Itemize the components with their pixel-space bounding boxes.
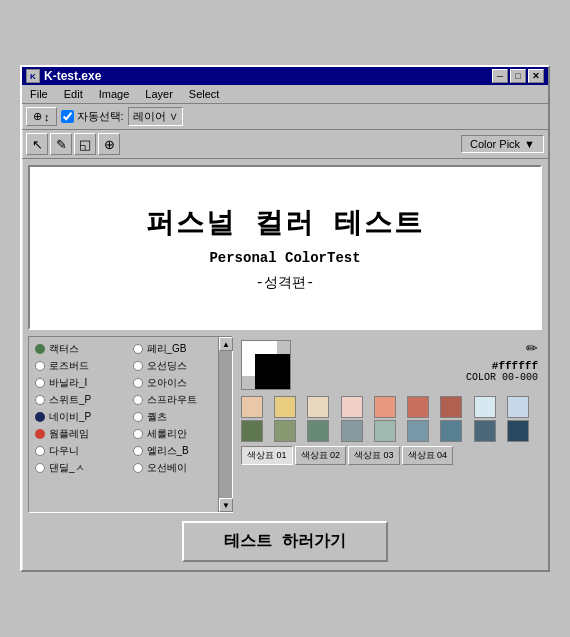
canvas-subtitle: -성격편- [256,274,315,292]
color-swatch[interactable] [341,420,363,442]
color-code: COLOR 00-000 [466,372,538,383]
list-item[interactable]: 오아이스 [131,375,229,391]
transform-tool-button[interactable]: ⊕ [98,133,120,155]
color-pick-arrow-icon: ▼ [524,138,535,150]
color-swatch[interactable] [307,396,329,418]
edit-icon[interactable]: ✏ [526,340,538,356]
list-dot [133,361,143,371]
tab-color-03[interactable]: 색상표 03 [348,446,400,465]
auto-select-label: 자동선택: [61,109,124,124]
list-dot [133,378,143,388]
color-swatch[interactable] [440,420,462,442]
list-item-label: 바닐라_I [49,376,87,390]
list-dot [35,395,45,405]
color-panel: ✏ #ffffff COLOR 00-000 [237,336,542,513]
list-item[interactable]: 웜플레임 [33,426,131,442]
auto-select-checkbox[interactable] [61,110,74,123]
minimize-button[interactable]: ─ [492,69,508,83]
list-item-label: 다우니 [49,444,79,458]
list-item[interactable]: 바닐라_I [33,375,131,391]
list-panel: 캑터스 페리_GB 로즈버드 오선딩스 [28,336,233,513]
list-item-label: 페리_GB [147,342,187,356]
menu-image[interactable]: Image [95,87,134,101]
list-dot [133,446,143,456]
list-dot [35,378,45,388]
list-dot [35,344,45,354]
scroll-down-button[interactable]: ▼ [219,498,233,512]
list-dot [35,429,45,439]
test-button[interactable]: 테스트 하러가기 [182,521,388,562]
menu-layer[interactable]: Layer [141,87,177,101]
color-swatch[interactable] [274,396,296,418]
app-icon: K [26,69,40,83]
list-item[interactable]: 스프라우트 [131,392,229,408]
list-item[interactable]: 네이비_P [33,409,131,425]
canvas-title-english: Personal ColorTest [209,250,360,266]
list-dot [35,463,45,473]
list-item-label: 오선베이 [147,461,187,475]
color-pick-button[interactable]: Color Pick ▼ [461,135,544,153]
list-item-label: 댄딜_ㅅ [49,461,85,475]
color-swatch[interactable] [241,396,263,418]
menu-file[interactable]: File [26,87,52,101]
list-item[interactable]: 캑터스 [33,341,131,357]
color-swatch[interactable] [307,420,329,442]
color-swatch[interactable] [407,396,429,418]
color-swatch[interactable] [474,396,496,418]
menu-edit[interactable]: Edit [60,87,87,101]
layer-dropdown[interactable]: 레이어 ∨ [128,107,183,126]
scroll-bar: ▲ ▼ [218,337,232,512]
list-item[interactable]: 댄딜_ㅅ [33,460,131,476]
color-preview [241,340,291,390]
menu-bar: File Edit Image Layer Select [22,85,548,104]
window-title: K-test.exe [44,69,101,83]
toolbar-row2: ↖ ✎ ◱ ⊕ Color Pick ▼ [22,130,548,159]
color-swatch[interactable] [341,396,363,418]
list-item[interactable]: 세롤리안 [131,426,229,442]
color-swatch[interactable] [507,420,529,442]
color-swatch[interactable] [374,420,396,442]
scroll-up-button[interactable]: ▲ [219,337,233,351]
list-item[interactable]: 페리_GB [131,341,229,357]
list-item[interactable]: 퀄츠 [131,409,229,425]
list-dot [133,412,143,422]
brush-tool-button[interactable]: ✎ [50,133,72,155]
list-item-label: 오선딩스 [147,359,187,373]
color-swatch[interactable] [407,420,429,442]
tool-icons: ↖ ✎ ◱ ⊕ [26,133,120,155]
color-swatch[interactable] [507,396,529,418]
tab-color-04[interactable]: 색상표 04 [402,446,454,465]
toolbar-row1: ⊕ ↕ 자동선택: 레이어 ∨ [22,104,548,130]
list-dot [133,463,143,473]
color-swatch[interactable] [440,396,462,418]
tab-color-02[interactable]: 색상표 02 [295,446,347,465]
list-dot [133,344,143,354]
list-grid: 캑터스 페리_GB 로즈버드 오선딩스 [29,337,232,480]
color-swatch-grid [241,396,538,442]
list-item-label: 오아이스 [147,376,187,390]
list-item-label: 로즈버드 [49,359,89,373]
color-swatch[interactable] [374,396,396,418]
color-swatch[interactable] [274,420,296,442]
close-button[interactable]: ✕ [528,69,544,83]
color-swatch[interactable] [241,420,263,442]
restore-button[interactable]: □ [510,69,526,83]
auto-select-text: 자동선택: [77,109,124,124]
color-swatch[interactable] [474,420,496,442]
title-buttons: ─ □ ✕ [492,69,544,83]
arrow-icon: ↕ [44,111,50,123]
color-info: ✏ #ffffff COLOR 00-000 [299,340,538,383]
list-item[interactable]: 스위트_P [33,392,131,408]
list-item[interactable]: 오선딩스 [131,358,229,374]
list-item[interactable]: 로즈버드 [33,358,131,374]
list-item[interactable]: 오선베이 [131,460,229,476]
list-item[interactable]: 엘리스_B [131,443,229,459]
move-tool-button[interactable]: ⊕ ↕ [26,107,57,126]
menu-select[interactable]: Select [185,87,224,101]
crop-tool-button[interactable]: ◱ [74,133,96,155]
title-bar-left: K K-test.exe [26,69,101,83]
list-item-label: 네이비_P [49,410,91,424]
tab-color-01[interactable]: 색상표 01 [241,446,293,465]
select-tool-button[interactable]: ↖ [26,133,48,155]
list-item[interactable]: 다우니 [33,443,131,459]
